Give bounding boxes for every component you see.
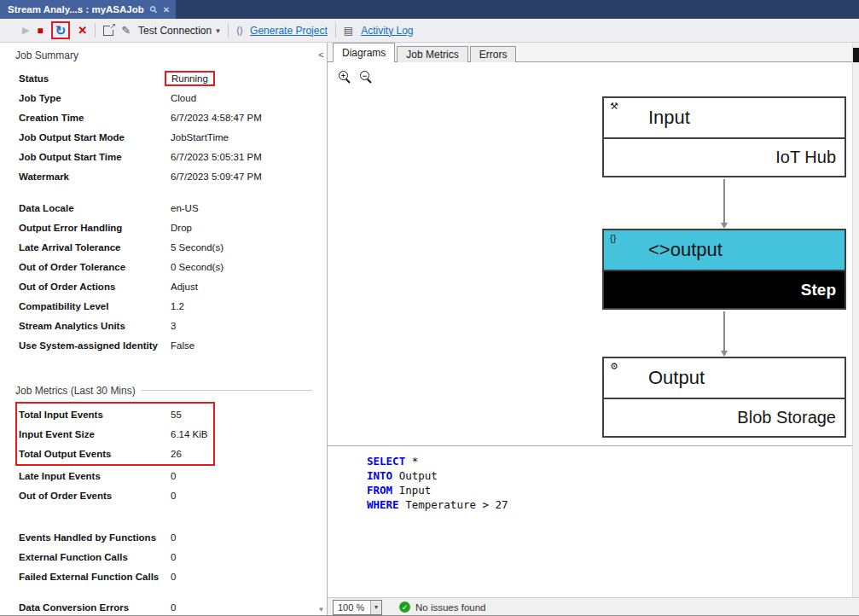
- open-in-portal-icon[interactable]: [103, 26, 113, 36]
- node-subtitle: Step: [604, 270, 844, 308]
- summary-row: Compatibility Level 1.2: [0, 296, 315, 316]
- field-value: 3: [171, 321, 315, 331]
- metrics-group-2: Events Handled by Functions 0 External F…: [0, 527, 315, 586]
- field-label: Data Conversion Errors: [19, 602, 171, 613]
- field-value: 5 Second(s): [171, 242, 315, 253]
- field-label: Late Input Events: [19, 471, 171, 481]
- summary-row: Job Type Cloud: [0, 88, 315, 108]
- field-label: Job Output Start Time: [19, 152, 171, 162]
- diagram-vertical-scrollbar[interactable]: [852, 43, 859, 597]
- tab-diagrams[interactable]: Diagrams: [333, 43, 395, 62]
- field-label: Events Handled by Functions: [19, 532, 171, 543]
- right-panel-tabs: Diagrams Job Metrics Errors: [328, 43, 859, 62]
- field-value: Cloud: [171, 93, 315, 103]
- stop-job-button[interactable]: ■: [37, 25, 43, 37]
- field-label: Out of Order Events: [19, 491, 171, 501]
- summary-row: Output Error Handling Drop: [0, 218, 315, 237]
- section-divider: [142, 390, 312, 391]
- metrics-group-1: Late Input Events 0 Out of Order Events …: [0, 466, 315, 505]
- document-tab[interactable]: Stream Analy...s : myASAJob ⚲ ✕: [0, 0, 176, 19]
- field-value: 55: [171, 410, 213, 420]
- job-summary-title: Job Summary: [0, 43, 315, 68]
- summary-row: Job Output Start Mode JobStartTime: [0, 127, 315, 147]
- query-step-icon: {}: [610, 233, 616, 243]
- metrics-row: External Function Calls 0: [0, 547, 315, 567]
- field-value: 1.2: [171, 301, 315, 311]
- metrics-row: Late Input Events 0: [0, 466, 315, 485]
- start-job-button[interactable]: ▶: [22, 25, 29, 36]
- query-line: FROM Input: [367, 483, 859, 497]
- field-label: Data Locale: [19, 203, 171, 213]
- pin-icon[interactable]: ⚲: [147, 3, 160, 16]
- field-value: 0: [171, 572, 315, 582]
- diagram-panel: Diagrams Job Metrics Errors + − ⚒ Input …: [328, 43, 859, 616]
- summary-group-1: Status Running Job Type Cloud Creation T…: [0, 68, 315, 186]
- field-label: Job Type: [19, 93, 171, 103]
- diagram-zoom-toolbar: + −: [339, 71, 369, 80]
- test-connection-label: Test Connection: [138, 25, 212, 37]
- node-subtitle: Blob Storage: [604, 398, 844, 436]
- field-label: Input Event Size: [19, 429, 171, 439]
- field-value: 0: [171, 471, 315, 481]
- tab-errors[interactable]: Errors: [470, 46, 517, 62]
- field-value: 6/7/2023 5:05:31 PM: [171, 152, 315, 162]
- field-label: Late Arrival Tolerance: [19, 242, 171, 253]
- field-label: Out of Order Tolerance: [19, 262, 171, 272]
- query-line: INTO Output: [367, 468, 859, 483]
- test-connection-dropdown[interactable]: Test Connection ▾: [138, 25, 220, 37]
- field-label: Output Error Handling: [19, 223, 171, 233]
- diagram-node-input[interactable]: ⚒ Input IoT Hub: [602, 96, 846, 177]
- job-diagram-canvas[interactable]: + − ⚒ Input IoT Hub {} <>output: [328, 62, 859, 445]
- query-preview: SELECT * INTO Output FROM Input WHERE Te…: [328, 445, 859, 597]
- metrics-row: Data Conversion Errors 0: [0, 597, 315, 616]
- diagram-node-query-step[interactable]: {} <>output Step: [602, 229, 846, 310]
- summary-group-2: Data Locale en-US Output Error Handling …: [0, 198, 315, 355]
- scrollbar-thumb[interactable]: [853, 48, 859, 62]
- zoom-out-icon[interactable]: −: [360, 71, 369, 80]
- delete-job-button[interactable]: ✕: [78, 24, 87, 37]
- field-value: en-US: [171, 203, 315, 213]
- document-tab-strip: Stream Analy...s : myASAJob ⚲ ✕: [0, 0, 859, 19]
- field-value: Drop: [171, 223, 315, 233]
- summary-row: Stream Analytics Units 3: [0, 316, 315, 335]
- field-value: 0: [171, 532, 315, 543]
- diagram-node-output[interactable]: ⚙ Output Blob Storage: [602, 357, 846, 438]
- metrics-row: Total Output Events 26: [17, 444, 213, 463]
- flow-arrow: [723, 311, 725, 352]
- field-label: Status: [19, 73, 171, 84]
- field-label: Use System-assigned Identity: [19, 340, 171, 351]
- left-panel-scrollbar[interactable]: < ▼: [315, 43, 328, 616]
- metrics-row: Total Input Events 55: [17, 404, 213, 424]
- field-label: Creation Time: [19, 113, 171, 123]
- chevron-down-icon: ▾: [216, 26, 220, 35]
- success-check-icon: ✓: [399, 601, 410, 613]
- field-label: Out of Order Actions: [19, 282, 171, 292]
- metrics-row: Out of Order Events 0: [0, 485, 315, 505]
- node-title: Input: [648, 107, 690, 129]
- output-sink-icon: ⚙: [610, 361, 618, 372]
- scrollbar-down-arrow[interactable]: ▼: [315, 606, 328, 613]
- tab-job-metrics[interactable]: Job Metrics: [397, 46, 467, 62]
- diagram-status-bar: 100 % ▾ ✓ No issues found: [328, 597, 859, 616]
- summary-row: Use System-assigned Identity False: [0, 335, 315, 355]
- input-source-icon: ⚒: [610, 101, 618, 112]
- field-label: Compatibility Level: [19, 301, 171, 311]
- metrics-row: Events Handled by Functions 0: [0, 527, 315, 547]
- toolbar-separator: [228, 23, 229, 38]
- summary-row: Job Output Start Time 6/7/2023 5:05:31 P…: [0, 147, 315, 166]
- close-icon[interactable]: ✕: [163, 5, 170, 15]
- summary-row: Creation Time 6/7/2023 4:58:47 PM: [0, 108, 315, 127]
- node-title: Output: [648, 367, 705, 389]
- refresh-button[interactable]: ↻: [55, 24, 67, 37]
- metrics-row: Failed External Function Calls 0: [0, 567, 315, 586]
- generate-project-link[interactable]: Generate Project: [250, 25, 328, 37]
- zoom-in-icon[interactable]: +: [339, 71, 348, 80]
- collapse-panel-button[interactable]: <: [315, 49, 328, 60]
- activity-log-link[interactable]: Activity Log: [361, 25, 413, 37]
- summary-row: Out of Order Actions Adjust: [0, 276, 315, 296]
- node-title: <>output: [648, 239, 723, 261]
- toolbar-separator: [95, 23, 96, 38]
- diagram-zoom-select[interactable]: 100 % ▾: [333, 600, 382, 615]
- edit-script-icon[interactable]: ✎: [121, 24, 131, 37]
- field-value: Adjust: [171, 282, 315, 292]
